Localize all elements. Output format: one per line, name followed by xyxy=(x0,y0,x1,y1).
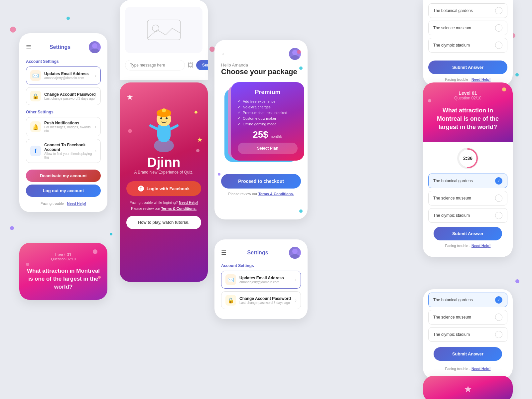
svg-rect-2 xyxy=(147,20,181,40)
password-settings-item-2[interactable]: 🔒 Change Account Password Last change pa… xyxy=(221,291,301,309)
select-plan-button[interactable]: Select Plan xyxy=(238,143,298,154)
facebook-login-button[interactable]: f Login with Facebook xyxy=(126,181,201,196)
email-settings-item[interactable]: ✉️ Updates Email Address amandajerry@dom… xyxy=(26,66,101,84)
checkout-button[interactable]: Proceed to checkout xyxy=(221,174,301,189)
svg-point-9 xyxy=(160,117,162,119)
chat-image-button[interactable]: 🖼 xyxy=(188,62,194,69)
package-avatar xyxy=(289,48,301,60)
pkg-greeting: Hello Amanda xyxy=(221,63,301,67)
qa-bot-option-1[interactable]: The botanical gardens ✓ xyxy=(428,293,507,307)
password-chevron-icon: › xyxy=(95,93,96,99)
email-settings-item-2[interactable]: ✉️ Updates Email Address amandajerry@dom… xyxy=(221,271,301,289)
settings-title: Settings xyxy=(50,44,70,50)
svg-line-12 xyxy=(171,126,177,129)
qa-bot-check-1: ✓ xyxy=(495,296,502,304)
svg-point-0 xyxy=(92,43,97,49)
notif-settings-item[interactable]: 🔔 Push Notifications For messages, badge… xyxy=(26,117,101,136)
hamburger-icon[interactable]: ☰ xyxy=(26,44,31,51)
facebook-settings-item[interactable]: f Connect To Facebook Account Allow to f… xyxy=(26,139,101,163)
password-sub-2: Last change password 3 days ago xyxy=(239,301,291,305)
email-chevron-icon: › xyxy=(95,73,96,78)
quiz-main-check-2 xyxy=(495,195,502,202)
pkg-title: Choose your package xyxy=(221,67,301,76)
qa-option-1-top[interactable]: The botanical gardens xyxy=(428,3,507,18)
facebook-item-title: Connect To Facebook Account xyxy=(44,143,96,152)
pkg-plan-name: Premium xyxy=(238,89,298,96)
quiz-bot-trouble: Facing trouble - Need Help! xyxy=(428,367,507,371)
svg-point-10 xyxy=(166,117,168,119)
email-item-title: Updates Email Address xyxy=(44,71,89,76)
djinn-terms-text: Please review our Terms & Conditions. xyxy=(120,206,208,210)
djinn-terms-link[interactable]: Terms & Conditions. xyxy=(161,206,197,210)
other-settings-label: Other Settings xyxy=(26,110,101,114)
avatar-2 xyxy=(289,247,301,259)
quiz-answer-card-top: The botanical gardens The science museum… xyxy=(423,0,513,85)
deactivate-button[interactable]: Deactivate my account xyxy=(26,170,101,182)
submit-answer-bot[interactable]: Submit Answer xyxy=(434,347,502,361)
quiz-main-option-2[interactable]: The science museum xyxy=(428,191,507,205)
quiz-main-question: What attraction in Montreal is one of th… xyxy=(430,106,506,132)
submit-answer-main[interactable]: Submit Answer xyxy=(434,227,502,240)
submit-answer-top[interactable]: Submit Answer xyxy=(428,61,507,74)
pkg-price: 25$ xyxy=(253,129,268,140)
pkg-feature-3: Premium features unlocked xyxy=(238,110,298,115)
quiz-main-trouble: Facing trouble - Need Help! xyxy=(428,244,507,248)
lock-icon-2: 🔒 xyxy=(225,295,236,306)
qa-bot-option-1-text: The botanical gardens xyxy=(433,298,473,302)
quiz-main-option-2-text: The science museum xyxy=(433,196,471,200)
notif-item-sub: For messages, badges, awards etc. xyxy=(44,125,96,133)
logout-button[interactable]: Log out my account xyxy=(26,185,101,197)
email-sub-2: amandajerry@domain.com xyxy=(239,280,284,284)
quiz-card-bottom-right-partial: ★ xyxy=(423,376,513,399)
qa-check-3-top xyxy=(495,42,502,49)
quiz-main-option-1[interactable]: The botanical gardens ✓ xyxy=(428,174,507,188)
settings-card-2: ☰ Settings Account Settings ✉️ Updates E… xyxy=(214,239,308,319)
qa-check-1-top xyxy=(495,7,502,14)
pkg-feature-2: No extra charges xyxy=(238,105,298,109)
email-title-2: Updates Email Address xyxy=(239,276,284,280)
svg-line-11 xyxy=(151,126,157,129)
email-chevron-2: › xyxy=(295,277,297,282)
facebook-chevron-icon: › xyxy=(95,148,96,154)
pkg-price-unit: monthly xyxy=(270,134,283,138)
quiz-main-level: Level 01 xyxy=(430,90,506,96)
quiz-main-option-1-text: The botanical gardens xyxy=(433,179,473,183)
djinn-need-help-link[interactable]: Need Help! xyxy=(179,200,198,204)
hamburger-icon-2[interactable]: ☰ xyxy=(221,249,226,256)
chat-card: 🖼 Send xyxy=(120,0,208,80)
quiz-top-need-help[interactable]: Need Help! xyxy=(471,77,490,81)
avatar xyxy=(89,41,101,53)
qa-bot-check-2 xyxy=(495,314,502,321)
quiz-main-option-3[interactable]: The olympic stadium xyxy=(428,208,507,223)
notif-chevron-icon: › xyxy=(95,124,96,129)
chat-input[interactable] xyxy=(125,60,185,70)
svg-point-8 xyxy=(162,108,166,112)
package-back-button[interactable]: ← xyxy=(221,51,227,58)
qa-bot-option-2[interactable]: The science museum xyxy=(428,310,507,325)
settings-need-help-link[interactable]: Need Help! xyxy=(67,201,86,205)
settings-trouble: Facing trouble - Need Help! xyxy=(26,201,101,205)
chat-send-button[interactable]: Send xyxy=(196,60,208,70)
djinn-card: ★ ◆ ★ ★ Djinn A Brand New Experience of … xyxy=(120,82,208,282)
quiz-bot-need-help[interactable]: Need Help! xyxy=(471,367,490,371)
facebook-item-sub: Allow to find your friends playing this xyxy=(44,152,96,159)
qa-option-2-top-text: The science museum xyxy=(433,26,471,30)
password-chevron-2: › xyxy=(295,298,297,303)
email-icon-2: ✉️ xyxy=(225,274,236,285)
quiz-main-need-help[interactable]: Need Help! xyxy=(471,244,490,248)
account-section-label-2: Account Settings xyxy=(221,263,301,268)
password-settings-item[interactable]: 🔒 Change Account Password Last change pa… xyxy=(26,87,101,105)
pkg-terms-link[interactable]: Terms & Conditions. xyxy=(258,192,294,196)
djinn-subtitle: A Brand New Experience of Quiz. xyxy=(120,170,208,175)
password-title-2: Change Account Password xyxy=(239,296,291,301)
facebook-icon: f xyxy=(138,186,144,192)
qa-bot-check-3 xyxy=(495,331,502,338)
qa-option-3-top[interactable]: The olympic stadium xyxy=(428,38,507,53)
quiz-bl-question: What attraction in Montreal is one of th… xyxy=(27,267,100,291)
qa-option-2-top[interactable]: The science museum xyxy=(428,21,507,35)
qa-bot-option-3[interactable]: The olympic stadium xyxy=(428,327,507,342)
quiz-main-qnum: Question 02/10 xyxy=(430,96,506,100)
tutorial-button[interactable]: How to play, watch tutorial. xyxy=(126,216,201,229)
quiz-main-check-1: ✓ xyxy=(495,177,502,185)
djinn-trouble-text: Facing trouble while logining? Need Help… xyxy=(120,200,208,204)
